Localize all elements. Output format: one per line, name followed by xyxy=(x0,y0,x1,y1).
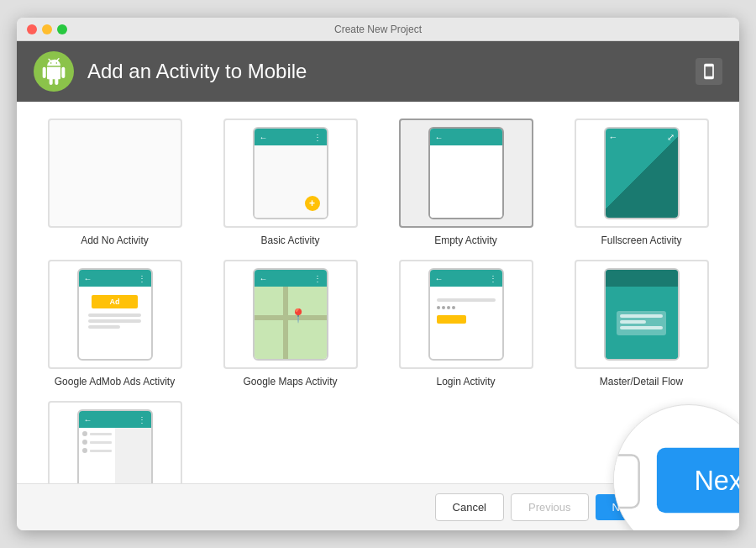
admob-content xyxy=(88,314,140,331)
magnified-next-button[interactable]: Next xyxy=(656,447,739,513)
admob-activity-label: Google AdMob Ads Activity xyxy=(55,376,175,387)
titlebar: Create New Project xyxy=(17,18,739,41)
empty-activity-thumb: ← xyxy=(399,119,533,228)
basic-activity-thumb: ← ⋮ + xyxy=(223,119,358,228)
activity-grid-container: Add No Activity ← ⋮ + Basic Activity xyxy=(17,102,739,483)
back-arrow-icon: ← xyxy=(84,274,92,283)
list-item[interactable]: ← ⋮ xyxy=(34,401,196,483)
master-detail-label: Master/Detail Flow xyxy=(600,376,683,387)
fab-icon: + xyxy=(305,196,320,211)
close-button[interactable] xyxy=(27,24,37,34)
no-activity-label: Add No Activity xyxy=(81,234,149,246)
main-window: Create New Project Add an Activity to Mo… xyxy=(17,18,739,530)
cancel-button[interactable]: Cancel xyxy=(435,493,504,521)
menu-icon: ⋮ xyxy=(138,274,146,283)
page-title: Add an Activity to Mobile xyxy=(87,60,307,83)
login-activity-label: Login Activity xyxy=(436,376,495,387)
magnified-buttons: Previous Next Fin xyxy=(613,447,739,513)
previous-button[interactable]: Previous xyxy=(511,493,589,521)
back-arrow-icon: ← xyxy=(260,274,268,283)
magnified-previous-button[interactable]: Previous xyxy=(613,453,639,508)
maps-activity-thumb: ← ⋮ 📍 xyxy=(223,260,358,369)
list-item[interactable]: ← Empty Activity xyxy=(385,119,547,246)
basic-activity-label: Basic Activity xyxy=(260,234,319,246)
back-icon: ← xyxy=(609,132,618,142)
minimize-button[interactable] xyxy=(42,24,52,34)
back-arrow-icon: ← xyxy=(435,274,444,283)
window-controls xyxy=(27,24,67,34)
header-device-icon xyxy=(696,58,722,85)
menu-icon: ⋮ xyxy=(313,133,322,142)
ad-banner: Ad xyxy=(92,295,138,308)
maps-activity-label: Google Maps Activity xyxy=(243,376,337,387)
window-title: Create New Project xyxy=(334,24,422,35)
list-item[interactable]: ← ⋮ Ad Google AdMob Ads xyxy=(34,260,196,387)
activity-grid: Add No Activity ← ⋮ + Basic Activity xyxy=(34,119,722,483)
menu-icon: ⋮ xyxy=(313,274,322,283)
maximize-button[interactable] xyxy=(57,24,67,34)
list-item[interactable]: ← ⤢ Fullscreen Activity xyxy=(560,119,722,246)
back-arrow-icon: ← xyxy=(260,133,268,142)
list-item[interactable]: Add No Activity xyxy=(34,119,196,246)
fullscreen-activity-label: Fullscreen Activity xyxy=(601,234,681,246)
footer-bar: Cancel Previous Next Finish Previous Nex… xyxy=(17,483,739,530)
map-pin-icon: 📍 xyxy=(290,308,307,324)
password-dots xyxy=(437,306,496,309)
list-item[interactable]: ← ⋮ xyxy=(385,260,547,387)
login-activity-thumb: ← ⋮ xyxy=(399,260,533,369)
master-detail-thumb xyxy=(575,260,709,369)
login-btn-preview xyxy=(437,315,466,324)
menu-icon: ⋮ xyxy=(489,274,497,283)
list-item[interactable]: Master/Detail Flow xyxy=(560,260,722,387)
admob-activity-thumb: ← ⋮ Ad xyxy=(48,260,182,369)
page-header: Add an Activity to Mobile xyxy=(17,41,739,102)
back-arrow-icon: ← xyxy=(435,133,444,142)
list-item[interactable]: ← ⋮ 📍 Google Maps Activity xyxy=(209,260,371,387)
back-arrow-icon: ← xyxy=(84,415,92,424)
fullscreen-activity-thumb: ← ⤢ xyxy=(575,119,709,228)
empty-activity-label: Empty Activity xyxy=(434,234,497,246)
list-item[interactable]: ← ⋮ + Basic Activity xyxy=(209,119,371,246)
menu-icon: ⋮ xyxy=(138,415,146,424)
no-activity-thumb xyxy=(48,119,182,228)
nav-drawer-thumb: ← ⋮ xyxy=(48,401,182,483)
android-logo xyxy=(34,51,74,92)
expand-icon: ⤢ xyxy=(667,132,675,143)
